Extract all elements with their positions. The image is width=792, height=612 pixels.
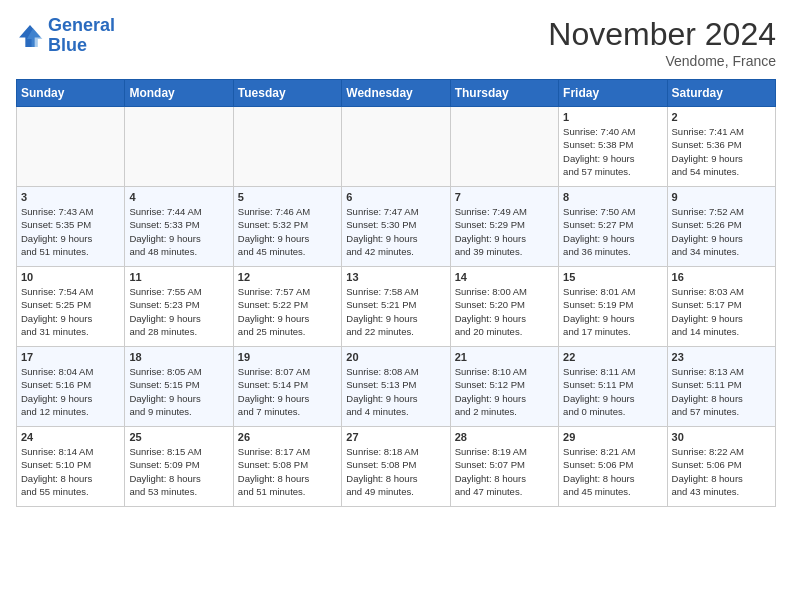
day-cell: 24Sunrise: 8:14 AM Sunset: 5:10 PM Dayli… <box>17 427 125 507</box>
day-cell: 4Sunrise: 7:44 AM Sunset: 5:33 PM Daylig… <box>125 187 233 267</box>
day-number: 6 <box>346 191 445 203</box>
day-number: 9 <box>672 191 771 203</box>
col-header-friday: Friday <box>559 80 667 107</box>
empty-cell <box>125 107 233 187</box>
day-info: Sunrise: 7:57 AM Sunset: 5:22 PM Dayligh… <box>238 285 337 338</box>
day-number: 28 <box>455 431 554 443</box>
day-cell: 30Sunrise: 8:22 AM Sunset: 5:06 PM Dayli… <box>667 427 775 507</box>
day-number: 25 <box>129 431 228 443</box>
day-info: Sunrise: 8:13 AM Sunset: 5:11 PM Dayligh… <box>672 365 771 418</box>
empty-cell <box>17 107 125 187</box>
day-cell: 5Sunrise: 7:46 AM Sunset: 5:32 PM Daylig… <box>233 187 341 267</box>
day-number: 10 <box>21 271 120 283</box>
day-number: 13 <box>346 271 445 283</box>
day-cell: 9Sunrise: 7:52 AM Sunset: 5:26 PM Daylig… <box>667 187 775 267</box>
day-info: Sunrise: 7:41 AM Sunset: 5:36 PM Dayligh… <box>672 125 771 178</box>
empty-cell <box>342 107 450 187</box>
day-cell: 1Sunrise: 7:40 AM Sunset: 5:38 PM Daylig… <box>559 107 667 187</box>
day-number: 7 <box>455 191 554 203</box>
calendar-week-row: 3Sunrise: 7:43 AM Sunset: 5:35 PM Daylig… <box>17 187 776 267</box>
day-cell: 20Sunrise: 8:08 AM Sunset: 5:13 PM Dayli… <box>342 347 450 427</box>
day-number: 29 <box>563 431 662 443</box>
day-number: 8 <box>563 191 662 203</box>
day-cell: 22Sunrise: 8:11 AM Sunset: 5:11 PM Dayli… <box>559 347 667 427</box>
day-number: 17 <box>21 351 120 363</box>
day-cell: 7Sunrise: 7:49 AM Sunset: 5:29 PM Daylig… <box>450 187 558 267</box>
day-cell: 8Sunrise: 7:50 AM Sunset: 5:27 PM Daylig… <box>559 187 667 267</box>
day-cell: 15Sunrise: 8:01 AM Sunset: 5:19 PM Dayli… <box>559 267 667 347</box>
day-number: 22 <box>563 351 662 363</box>
day-cell: 26Sunrise: 8:17 AM Sunset: 5:08 PM Dayli… <box>233 427 341 507</box>
day-number: 15 <box>563 271 662 283</box>
day-number: 30 <box>672 431 771 443</box>
empty-cell <box>233 107 341 187</box>
day-cell: 13Sunrise: 7:58 AM Sunset: 5:21 PM Dayli… <box>342 267 450 347</box>
day-info: Sunrise: 7:46 AM Sunset: 5:32 PM Dayligh… <box>238 205 337 258</box>
day-info: Sunrise: 8:21 AM Sunset: 5:06 PM Dayligh… <box>563 445 662 498</box>
day-cell: 18Sunrise: 8:05 AM Sunset: 5:15 PM Dayli… <box>125 347 233 427</box>
day-number: 20 <box>346 351 445 363</box>
day-cell: 16Sunrise: 8:03 AM Sunset: 5:17 PM Dayli… <box>667 267 775 347</box>
empty-cell <box>450 107 558 187</box>
day-cell: 28Sunrise: 8:19 AM Sunset: 5:07 PM Dayli… <box>450 427 558 507</box>
day-cell: 2Sunrise: 7:41 AM Sunset: 5:36 PM Daylig… <box>667 107 775 187</box>
day-cell: 6Sunrise: 7:47 AM Sunset: 5:30 PM Daylig… <box>342 187 450 267</box>
calendar-table: SundayMondayTuesdayWednesdayThursdayFrid… <box>16 79 776 507</box>
day-info: Sunrise: 7:50 AM Sunset: 5:27 PM Dayligh… <box>563 205 662 258</box>
calendar-week-row: 10Sunrise: 7:54 AM Sunset: 5:25 PM Dayli… <box>17 267 776 347</box>
day-number: 12 <box>238 271 337 283</box>
day-cell: 23Sunrise: 8:13 AM Sunset: 5:11 PM Dayli… <box>667 347 775 427</box>
day-number: 14 <box>455 271 554 283</box>
day-info: Sunrise: 8:07 AM Sunset: 5:14 PM Dayligh… <box>238 365 337 418</box>
day-number: 27 <box>346 431 445 443</box>
day-info: Sunrise: 8:08 AM Sunset: 5:13 PM Dayligh… <box>346 365 445 418</box>
day-info: Sunrise: 7:54 AM Sunset: 5:25 PM Dayligh… <box>21 285 120 338</box>
day-number: 19 <box>238 351 337 363</box>
day-number: 26 <box>238 431 337 443</box>
location: Vendome, France <box>548 53 776 69</box>
day-cell: 29Sunrise: 8:21 AM Sunset: 5:06 PM Dayli… <box>559 427 667 507</box>
page-header: General Blue November 2024 Vendome, Fran… <box>16 16 776 69</box>
day-info: Sunrise: 7:49 AM Sunset: 5:29 PM Dayligh… <box>455 205 554 258</box>
day-info: Sunrise: 7:40 AM Sunset: 5:38 PM Dayligh… <box>563 125 662 178</box>
day-info: Sunrise: 8:03 AM Sunset: 5:17 PM Dayligh… <box>672 285 771 338</box>
day-cell: 21Sunrise: 8:10 AM Sunset: 5:12 PM Dayli… <box>450 347 558 427</box>
day-number: 23 <box>672 351 771 363</box>
title-block: November 2024 Vendome, France <box>548 16 776 69</box>
col-header-saturday: Saturday <box>667 80 775 107</box>
day-info: Sunrise: 8:00 AM Sunset: 5:20 PM Dayligh… <box>455 285 554 338</box>
day-cell: 25Sunrise: 8:15 AM Sunset: 5:09 PM Dayli… <box>125 427 233 507</box>
col-header-sunday: Sunday <box>17 80 125 107</box>
day-number: 2 <box>672 111 771 123</box>
day-info: Sunrise: 8:18 AM Sunset: 5:08 PM Dayligh… <box>346 445 445 498</box>
day-info: Sunrise: 7:44 AM Sunset: 5:33 PM Dayligh… <box>129 205 228 258</box>
calendar-header-row: SundayMondayTuesdayWednesdayThursdayFrid… <box>17 80 776 107</box>
day-cell: 27Sunrise: 8:18 AM Sunset: 5:08 PM Dayli… <box>342 427 450 507</box>
logo-icon <box>16 22 44 50</box>
day-info: Sunrise: 8:15 AM Sunset: 5:09 PM Dayligh… <box>129 445 228 498</box>
calendar-week-row: 1Sunrise: 7:40 AM Sunset: 5:38 PM Daylig… <box>17 107 776 187</box>
calendar-week-row: 17Sunrise: 8:04 AM Sunset: 5:16 PM Dayli… <box>17 347 776 427</box>
day-info: Sunrise: 7:43 AM Sunset: 5:35 PM Dayligh… <box>21 205 120 258</box>
day-cell: 19Sunrise: 8:07 AM Sunset: 5:14 PM Dayli… <box>233 347 341 427</box>
day-info: Sunrise: 8:05 AM Sunset: 5:15 PM Dayligh… <box>129 365 228 418</box>
day-number: 24 <box>21 431 120 443</box>
calendar-week-row: 24Sunrise: 8:14 AM Sunset: 5:10 PM Dayli… <box>17 427 776 507</box>
day-number: 1 <box>563 111 662 123</box>
day-number: 18 <box>129 351 228 363</box>
day-number: 16 <box>672 271 771 283</box>
col-header-thursday: Thursday <box>450 80 558 107</box>
day-cell: 3Sunrise: 7:43 AM Sunset: 5:35 PM Daylig… <box>17 187 125 267</box>
col-header-wednesday: Wednesday <box>342 80 450 107</box>
day-info: Sunrise: 7:55 AM Sunset: 5:23 PM Dayligh… <box>129 285 228 338</box>
logo: General Blue <box>16 16 115 56</box>
col-header-monday: Monday <box>125 80 233 107</box>
day-info: Sunrise: 7:58 AM Sunset: 5:21 PM Dayligh… <box>346 285 445 338</box>
day-info: Sunrise: 8:11 AM Sunset: 5:11 PM Dayligh… <box>563 365 662 418</box>
day-cell: 11Sunrise: 7:55 AM Sunset: 5:23 PM Dayli… <box>125 267 233 347</box>
day-cell: 14Sunrise: 8:00 AM Sunset: 5:20 PM Dayli… <box>450 267 558 347</box>
day-info: Sunrise: 8:04 AM Sunset: 5:16 PM Dayligh… <box>21 365 120 418</box>
day-info: Sunrise: 8:19 AM Sunset: 5:07 PM Dayligh… <box>455 445 554 498</box>
day-info: Sunrise: 7:52 AM Sunset: 5:26 PM Dayligh… <box>672 205 771 258</box>
day-info: Sunrise: 7:47 AM Sunset: 5:30 PM Dayligh… <box>346 205 445 258</box>
